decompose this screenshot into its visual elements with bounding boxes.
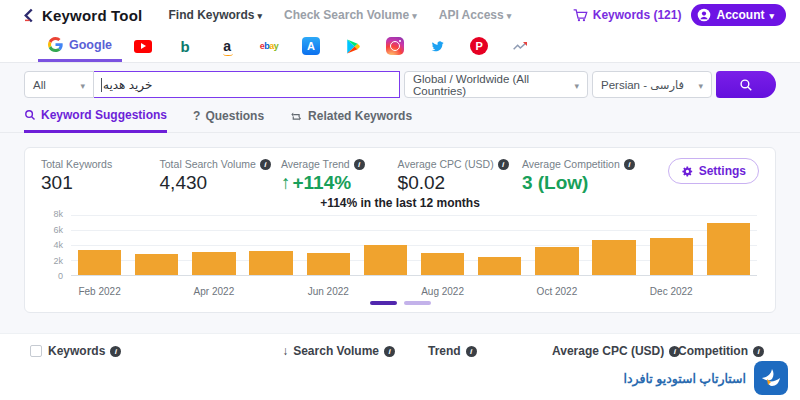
google-play-icon: [346, 39, 360, 54]
tab-questions[interactable]: Questions: [193, 108, 264, 132]
site-watermark: استارتاپ استودیو تافردا: [624, 361, 788, 395]
cart-link[interactable]: Keywords (121): [573, 8, 682, 22]
search-button[interactable]: [716, 71, 776, 98]
tab-keyword-suggestions[interactable]: Keyword Suggestions: [24, 108, 167, 133]
stats-row: Total Keywords 301 Total Search Volume 4…: [41, 158, 759, 194]
search-icon: [24, 109, 36, 121]
stat-average-cpc: Average CPC (USD) $0.02: [398, 158, 522, 194]
trend-chart: 02k4k6k8k Feb 2022Apr 2022Jun 2022Aug 20…: [41, 214, 759, 298]
account-button[interactable]: Account: [691, 4, 786, 26]
x-tick-label: Jun 2022: [308, 286, 349, 297]
platform-tabs: Google b a ebay A P: [0, 30, 800, 63]
chart-bar-jan-2023: [707, 223, 750, 276]
sort-desc-icon: [282, 344, 288, 358]
search-icon: [739, 78, 753, 92]
repeat-arrows-icon: [290, 111, 303, 122]
chart-plot: [71, 216, 757, 276]
chevron-down-icon: [698, 79, 703, 91]
chart-bar-aug-2022: [421, 253, 464, 275]
menu-check-search-volume[interactable]: Check Search Volume: [284, 8, 417, 22]
tafarda-logo-icon: [754, 361, 788, 395]
youtube-icon: [134, 40, 152, 53]
chart-bar-dec-2022: [650, 238, 693, 275]
platform-tab-google-play[interactable]: [332, 30, 374, 62]
platform-tab-twitter[interactable]: [416, 30, 458, 62]
column-search-volume[interactable]: Search Volume: [250, 334, 395, 368]
info-icon[interactable]: [260, 159, 271, 170]
platform-tab-youtube[interactable]: [122, 30, 164, 62]
info-icon[interactable]: [354, 159, 365, 170]
stat-average-trend: Average Trend +114%: [281, 158, 398, 194]
brand-title: Keyword Tool: [42, 7, 142, 24]
chart-y-axis: 02k4k6k8k: [41, 214, 65, 276]
settings-button[interactable]: Settings: [668, 158, 759, 184]
keyword-search-input[interactable]: خرید هدیه: [94, 71, 400, 98]
platform-tab-pinterest[interactable]: P: [458, 30, 500, 62]
platform-tab-instagram[interactable]: [374, 30, 416, 62]
search-bar: All خرید هدیه Global / Worldwide (All Co…: [24, 71, 776, 98]
gridline: [71, 215, 757, 216]
x-tick-label: Feb 2022: [78, 286, 120, 297]
trends-icon: [513, 40, 529, 52]
gear-icon: [681, 165, 694, 178]
twitter-icon: [429, 39, 446, 54]
y-tick-label: 6k: [53, 225, 63, 235]
pinterest-icon: P: [470, 37, 488, 55]
gridline: [71, 230, 757, 231]
info-icon[interactable]: [110, 346, 121, 357]
amazon-icon: a: [223, 39, 231, 53]
column-trend[interactable]: Trend: [428, 334, 477, 368]
info-icon[interactable]: [384, 346, 395, 357]
column-keywords[interactable]: Keywords: [48, 334, 121, 368]
language-select[interactable]: Persian - فارسی: [592, 71, 712, 98]
chart-bar-jun-2022: [307, 253, 350, 276]
platform-tab-amazon[interactable]: a: [206, 30, 248, 62]
info-icon[interactable]: [498, 159, 509, 170]
platform-tab-google[interactable]: Google: [38, 30, 122, 62]
chart-x-labels: Feb 2022Apr 2022Jun 2022Aug 2022Oct 2022…: [71, 280, 757, 298]
info-icon[interactable]: [624, 159, 635, 170]
nav-menu: Find Keywords Check Search Volume API Ac…: [168, 8, 511, 22]
app-store-icon: A: [302, 37, 320, 55]
brand[interactable]: Keyword Tool: [22, 7, 142, 24]
category-select[interactable]: All: [24, 71, 94, 98]
select-all-checkbox[interactable]: [30, 345, 42, 357]
google-icon: [48, 37, 63, 52]
y-tick-label: 0: [58, 271, 63, 281]
pagination-dash[interactable]: [404, 301, 431, 305]
search-input-value: خرید هدیه: [101, 78, 152, 92]
platform-tab-ebay[interactable]: ebay: [248, 30, 290, 62]
trend-up-icon: [281, 172, 293, 193]
menu-api-access[interactable]: API Access: [439, 8, 511, 22]
platform-tab-bing[interactable]: b: [164, 30, 206, 62]
chart-bar-jul-2022: [364, 245, 407, 275]
top-navigation: Keyword Tool Find Keywords Check Search …: [0, 0, 800, 30]
platform-tab-app-store[interactable]: A: [290, 30, 332, 62]
location-select[interactable]: Global / Worldwide (All Countries): [404, 71, 588, 98]
x-tick-label: Apr 2022: [194, 286, 235, 297]
stat-average-competition: Average Competition 3 (Low): [522, 158, 668, 194]
gridline: [71, 275, 757, 276]
chart-bar-oct-2022: [535, 247, 578, 276]
chart-bar-apr-2022: [192, 252, 235, 275]
user-circle-icon: [697, 8, 711, 22]
instagram-icon: [386, 37, 404, 55]
ebay-icon: ebay: [260, 41, 279, 51]
pagination-dash-active[interactable]: [370, 301, 397, 305]
chart-bar-feb-2022: [78, 250, 121, 275]
chevron-down-icon: [412, 8, 417, 22]
chart-title: +114% in the last 12 months: [41, 196, 759, 210]
info-icon[interactable]: [753, 346, 764, 357]
info-icon[interactable]: [466, 346, 477, 357]
chevron-down-icon: [80, 79, 85, 91]
platform-tab-google-trends[interactable]: [500, 30, 542, 62]
stat-total-keywords: Total Keywords 301: [41, 158, 160, 194]
y-tick-label: 2k: [53, 256, 63, 266]
x-tick-label: Dec 2022: [650, 286, 693, 297]
stat-total-search-volume: Total Search Volume 4,430: [160, 158, 281, 194]
question-mark-icon: [193, 109, 200, 123]
menu-find-keywords[interactable]: Find Keywords: [168, 8, 262, 22]
bing-icon: b: [180, 39, 189, 54]
tab-related-keywords[interactable]: Related Keywords: [290, 108, 412, 132]
chart-bar-may-2022: [249, 251, 292, 275]
